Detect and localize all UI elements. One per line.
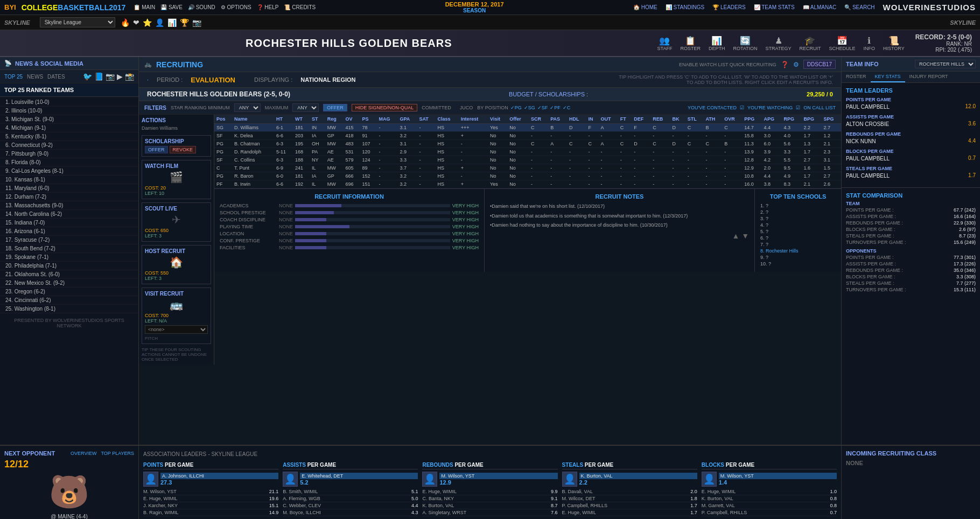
roster-icon-btn[interactable]: 📋ROSTER [680, 36, 701, 51]
watchlist-help-icon[interactable]: ❓ [781, 61, 789, 68]
list-item[interactable]: 6. Connecticut (9-2) [0, 141, 138, 150]
col-pos[interactable]: Pos [214, 115, 232, 124]
news-link[interactable]: NEWS [27, 74, 43, 80]
col-ppg[interactable]: PPG [742, 115, 761, 124]
nav-sound[interactable]: 🔊 SOUND [188, 4, 215, 10]
list-item[interactable]: 23. Oregon (6-2) [0, 287, 138, 296]
list-item[interactable]: 1. Louisville (10-0) [0, 98, 138, 107]
nav-home[interactable]: 🏠 HOME [633, 4, 657, 10]
list-item[interactable]: 2. Illinois (10-0) [0, 107, 138, 115]
list-item[interactable]: 9. Cal-Los Angeles (8-1) [0, 167, 138, 176]
pos-sf-check[interactable]: ✓SF [537, 105, 548, 110]
list-item[interactable]: 5. Kentucky (8-1) [0, 132, 138, 141]
oncall-check[interactable]: ☑ [796, 105, 800, 110]
nav-standings[interactable]: 📊 STANDINGS [666, 4, 704, 10]
watching-check[interactable]: ☑ [740, 105, 744, 110]
col-ov[interactable]: OV [343, 115, 360, 124]
offer-button[interactable]: OFFER [145, 146, 168, 153]
list-item[interactable]: 17. Syracuse (7-2) [0, 236, 138, 244]
hide-signed-button[interactable]: HIDE SIGNED/NON-QUAL [352, 104, 418, 111]
list-item[interactable]: 22. New Mexico St. (9-2) [0, 279, 138, 287]
fire-icon[interactable]: 🔥 [121, 18, 130, 27]
list-item[interactable]: 4. Michigan (9-1) [0, 124, 138, 132]
table-row[interactable]: SFK. Delea6-6203IAGP41891-3.2-HS+NoNo---… [214, 132, 841, 140]
col-bpg[interactable]: BPG [801, 115, 821, 124]
pos-sg-check[interactable]: ✓SG [524, 105, 535, 110]
tab-injury-report[interactable]: INJURY REPORT [905, 72, 953, 82]
trophy-icon[interactable]: 🏆 [180, 18, 189, 27]
watchlist-settings-icon[interactable]: ⚙ [793, 61, 799, 68]
dates-link[interactable]: DATES [47, 74, 65, 80]
col-reb[interactable]: REB [650, 115, 670, 124]
depth-icon-btn[interactable]: 📊DEPTH [709, 36, 725, 51]
col-interest[interactable]: Interest [459, 115, 488, 124]
list-item[interactable]: 21. Oklahoma St. (6-0) [0, 270, 138, 279]
table-row[interactable]: SFC. Collins6-3188NYAE579124-3.3-HS-NoNo… [214, 156, 841, 164]
col-ft[interactable]: FT [618, 115, 632, 124]
col-reg[interactable]: Reg [325, 115, 344, 124]
col-def[interactable]: DEF [632, 115, 650, 124]
schedule-icon-btn[interactable]: 📅SCHEDULE [829, 36, 855, 51]
nav-team-stats[interactable]: 📈 TEAM STATS [754, 4, 795, 10]
list-item[interactable]: 18. South Bend (7-2) [0, 244, 138, 253]
table-row[interactable]: PGB. Chatman6-3195OHMW483107-3.1-HS-NoNo… [214, 140, 841, 148]
col-wt[interactable]: WT [293, 115, 310, 124]
rotation-icon-btn[interactable]: 🔄ROTATION [733, 36, 757, 51]
col-name[interactable]: Name [232, 115, 274, 124]
nav-search[interactable]: 🔍 SEARCH [844, 4, 874, 10]
table-row[interactable]: SGD. Williams6-1181INMW41578-3.1-HS+++Ye… [214, 124, 841, 132]
col-mag[interactable]: MAG [376, 115, 397, 124]
col-ps[interactable]: PS [360, 115, 376, 124]
list-item[interactable]: 16. Arizona (6-1) [0, 227, 138, 236]
heart-icon[interactable]: ❤ [133, 18, 139, 27]
col-in[interactable]: IN [586, 115, 599, 124]
scroll-down-arrow[interactable]: ▼ [741, 232, 749, 240]
list-item[interactable]: 3. Michigan St. (9-0) [0, 115, 138, 124]
league-select[interactable]: Skyline League [40, 17, 115, 27]
col-ovr[interactable]: OVR [722, 115, 742, 124]
col-bk[interactable]: BK [670, 115, 685, 124]
nav-main[interactable]: 📋 MAIN [134, 4, 155, 10]
pitch-select[interactable]: <none> [145, 325, 208, 334]
list-item[interactable]: 15. Indiana (7-0) [0, 219, 138, 227]
star-max-select[interactable]: ANY [292, 103, 319, 112]
chart-icon[interactable]: 📊 [167, 18, 177, 27]
table-row[interactable]: PFB. Irwin6-6192ILMW696151-3.2-HS+YesNo-… [214, 180, 841, 188]
col-visit[interactable]: Visit [488, 115, 507, 124]
pos-pf-check[interactable]: ✓PF [550, 105, 561, 110]
list-item[interactable]: 20. Philadelphia (7-1) [0, 262, 138, 270]
nav-credits[interactable]: 📜 CREDITS [284, 4, 316, 10]
table-row[interactable]: PGR. Baron6-0181IAGP666152-3.2-HS-NoNo--… [214, 172, 841, 180]
list-item[interactable]: 14. North Carolina (6-2) [0, 210, 138, 219]
col-ath[interactable]: ATH [703, 115, 722, 124]
history-icon-btn[interactable]: 📜HISTORY [883, 36, 905, 51]
scroll-up-arrow[interactable]: ▲ [732, 232, 739, 240]
col-stl[interactable]: STL [685, 115, 704, 124]
update-button[interactable]: OFFER [323, 104, 347, 111]
col-out[interactable]: OUT [598, 115, 618, 124]
col-scr[interactable]: SCR [529, 115, 548, 124]
list-item[interactable]: 12. Durham (7-2) [0, 193, 138, 201]
tab-key-stats[interactable]: KEY STATS [871, 72, 905, 82]
revoke-button[interactable]: REVOKE [170, 146, 197, 153]
col-spg[interactable]: SPG [821, 115, 841, 124]
nav-leaders[interactable]: 🏆 LEADERS [712, 4, 745, 10]
tab-roster[interactable]: ROSTER [842, 72, 871, 82]
staff-icon-btn[interactable]: 👥STAFF [657, 36, 673, 51]
star-min-select[interactable]: ANY [234, 103, 261, 112]
col-gpa[interactable]: GPA [397, 115, 417, 124]
list-item[interactable]: 13. Massachusetts (9-0) [0, 201, 138, 210]
star-icon[interactable]: ⭐ [143, 18, 152, 27]
list-item[interactable]: 24. Cincinnati (6-2) [0, 296, 138, 305]
top-players-link[interactable]: TOP PLAYERS [101, 451, 134, 456]
overview-link[interactable]: OVERVIEW [71, 451, 96, 456]
nav-options[interactable]: ⚙ OPTIONS [221, 4, 251, 10]
pos-c-check[interactable]: ✓C [563, 105, 571, 110]
list-item[interactable]: 8. Florida (8-0) [0, 158, 138, 167]
team-info-select[interactable]: ROCHESTER HILLS [915, 60, 976, 68]
pos-pg-check[interactable]: ✓PG [510, 105, 522, 110]
top25-link[interactable]: TOP 25 [4, 74, 23, 80]
recruit-icon-btn[interactable]: 🎓RECRUIT [799, 36, 821, 51]
list-item[interactable]: 19. Spokane (7-1) [0, 253, 138, 262]
col-hdl[interactable]: HDL [567, 115, 586, 124]
